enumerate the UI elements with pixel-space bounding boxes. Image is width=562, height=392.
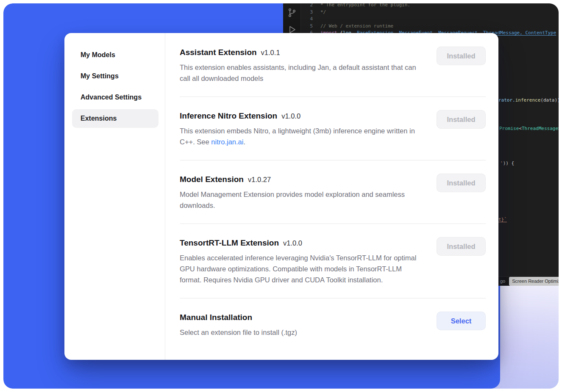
line-number: 4: [301, 16, 313, 23]
code-fragment-promise: Promise<ThreadMessage>: [499, 125, 559, 133]
settings-modal: My Models My Settings Advanced Settings …: [64, 33, 498, 360]
angle-close: >: [558, 126, 559, 131]
sidebar-item-my-settings[interactable]: My Settings: [72, 67, 159, 86]
code-fragment-brace: ')) {: [500, 160, 514, 167]
extension-title: Model Extension: [180, 174, 244, 185]
closing-parens: )) {: [503, 160, 515, 166]
line-number: 5: [301, 23, 313, 30]
extension-section-nitro: Inference Nitro Extension v1.0.0 This ex…: [180, 97, 486, 160]
string-quote: ': [500, 160, 503, 166]
code-fragment-inference: rator.inference(data));: [498, 97, 559, 104]
source-control-icon[interactable]: [287, 8, 297, 18]
template-string-end: t}`: [498, 217, 507, 222]
code-line-4: 4: [301, 16, 559, 23]
extension-section-model: Model Extension v1.0.27 Model Management…: [180, 160, 486, 224]
description-text: .: [243, 138, 245, 146]
empty-line: [313, 16, 320, 23]
type-threadmessage: ThreadMessage: [522, 126, 558, 131]
extension-info: Inference Nitro Extension v1.0.0 This ex…: [180, 110, 425, 147]
installed-button-nitro[interactable]: Installed: [437, 110, 486, 129]
extension-section-tensorrt: TensortRT-LLM Extension v1.0.0 Enables a…: [180, 224, 486, 298]
settings-sidebar: My Models My Settings Advanced Settings …: [64, 33, 165, 360]
comment-text: // Web / extension runtime: [313, 23, 393, 30]
extension-title-row: Assistant Extension v1.0.1: [180, 47, 425, 58]
line-number: 3: [301, 9, 313, 16]
extension-section-assistant: Assistant Extension v1.0.1 This extensio…: [180, 47, 486, 97]
extension-info: Manual Installation Select an extension …: [180, 312, 425, 338]
type-promise: Promise: [499, 126, 519, 131]
comment-text: * The entrypoint for the plugin.: [313, 3, 410, 9]
manual-installation-description: Select an extension file to install (.tg…: [180, 327, 425, 338]
code-fragment-template-string: t}`: [498, 216, 507, 224]
extension-title-row: Manual Installation: [180, 312, 425, 323]
code-line-5: 5 // Web / extension runtime: [301, 23, 559, 30]
nitro-jan-ai-link[interactable]: nitro.jan.ai: [211, 138, 243, 146]
extension-description: This extension enables assistants, inclu…: [180, 62, 425, 84]
method-name: inference: [515, 97, 541, 103]
code-lines: 2 * The entrypoint for the plugin. 3 */ …: [301, 3, 559, 37]
select-button-manual-install[interactable]: Select: [437, 312, 486, 330]
screen-reader-chip[interactable]: Screen Reader Optimized: [509, 277, 559, 286]
installed-button-tensorrt[interactable]: Installed: [437, 237, 486, 256]
line-number: 2: [301, 3, 313, 9]
extension-title: TensortRT-LLM Extension: [180, 237, 279, 249]
hero-composition: 2 * The entrypoint for the plugin. 3 */ …: [3, 3, 559, 389]
angle-open: <: [519, 126, 522, 131]
extension-info: Model Extension v1.0.27 Model Management…: [180, 174, 425, 211]
code-line-2: 2 * The entrypoint for the plugin.: [301, 3, 559, 9]
extension-version: v1.0.0: [281, 112, 300, 120]
extension-info: Assistant Extension v1.0.1 This extensio…: [180, 47, 425, 84]
sidebar-item-extensions[interactable]: Extensions: [72, 109, 159, 128]
language-mode-label: go: [500, 278, 505, 285]
object-ref: rator.: [498, 97, 515, 103]
sidebar-item-advanced-settings[interactable]: Advanced Settings: [72, 88, 159, 107]
extension-description: Enables accelerated inference leveraging…: [180, 252, 425, 285]
installed-button-assistant[interactable]: Installed: [437, 47, 486, 65]
extension-description: This extension embeds Nitro, a lightweig…: [180, 125, 425, 147]
extension-info: TensortRT-LLM Extension v1.0.0 Enables a…: [180, 237, 425, 285]
manual-installation-section: Manual Installation Select an extension …: [180, 298, 486, 351]
extension-version: v1.0.1: [261, 49, 280, 57]
sidebar-item-my-models[interactable]: My Models: [72, 46, 159, 64]
extension-description: Model Management Extension provides mode…: [180, 189, 425, 211]
extension-title-row: Model Extension v1.0.27: [180, 174, 425, 185]
extension-title-row: TensortRT-LLM Extension v1.0.0: [180, 237, 425, 249]
extension-title: Inference Nitro Extension: [180, 110, 277, 122]
extension-title-row: Inference Nitro Extension v1.0.0: [180, 110, 425, 122]
installed-button-model[interactable]: Installed: [437, 174, 486, 192]
extensions-list: Assistant Extension v1.0.1 This extensio…: [165, 33, 498, 360]
comment-text: */: [313, 9, 326, 16]
extension-version: v1.0.27: [248, 176, 271, 184]
extension-version: v1.0.0: [283, 239, 302, 247]
manual-installation-title: Manual Installation: [180, 312, 252, 323]
extension-title: Assistant Extension: [180, 47, 257, 58]
call-args: (data));: [540, 97, 559, 103]
code-line-3: 3 */: [301, 9, 559, 16]
